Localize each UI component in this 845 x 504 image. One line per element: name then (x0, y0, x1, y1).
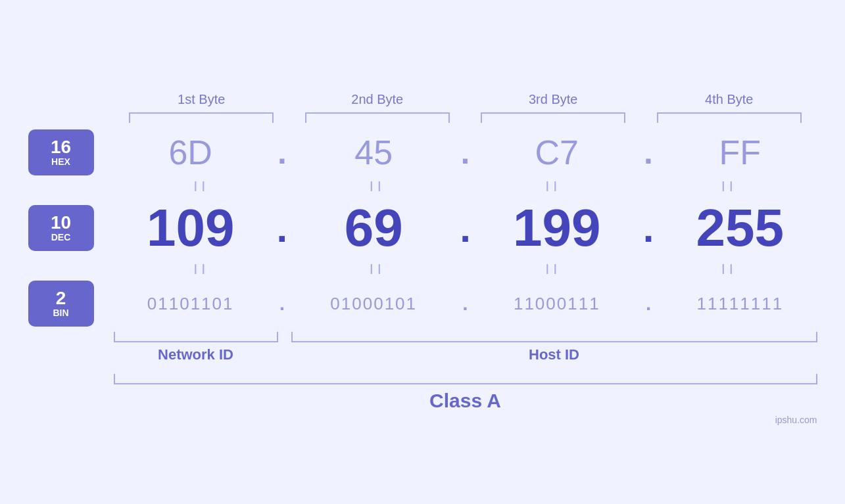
bin-dot-2: . (455, 292, 475, 315)
byte-header-3: 3rd Byte (481, 92, 625, 107)
bottom-section: Network ID Host ID (114, 332, 817, 363)
equals-row-2: II II II II (114, 258, 817, 281)
bin-badge: 2 BIN (28, 281, 94, 327)
bracket-top-4 (657, 112, 802, 123)
equals-1-4: II (657, 178, 802, 195)
hex-base-label: HEX (51, 156, 70, 167)
hex-dot-1: . (272, 133, 292, 172)
hex-base-number: 16 (51, 138, 71, 156)
hex-byte-1: 6D (118, 133, 263, 172)
bracket-gap (278, 332, 291, 342)
dec-row: 10 DEC 109 . 69 . 199 . 255 (28, 198, 817, 258)
bin-byte-4: 11111111 (667, 294, 812, 314)
equals-2-2: II (305, 261, 450, 278)
dec-dot-2: . (455, 206, 475, 251)
bin-byte-2: 01000101 (301, 294, 446, 314)
hex-dot-2: . (455, 133, 475, 172)
hex-values: 6D . 45 . C7 . FF (114, 133, 817, 172)
equals-2-1: II (129, 261, 274, 278)
hex-row: 16 HEX 6D . 45 . C7 . FF (28, 129, 817, 175)
dec-base-number: 10 (51, 214, 71, 232)
dec-values: 109 . 69 . 199 . 255 (114, 198, 817, 258)
dec-badge: 10 DEC (28, 205, 94, 251)
bin-base-number: 2 (56, 289, 66, 308)
hex-byte-2: 45 (301, 133, 446, 172)
network-id-label: Network ID (114, 346, 278, 363)
equals-1-2: II (305, 178, 450, 195)
bin-values: 01101101 . 01000101 . 11000111 . 1111111… (114, 292, 817, 315)
class-bracket (114, 374, 817, 384)
byte-header-4: 4th Byte (657, 92, 802, 107)
watermark: ipshu.com (775, 415, 817, 425)
hex-byte-3: C7 (485, 133, 629, 172)
dec-dot-1: . (272, 206, 292, 251)
dec-byte-3: 199 (485, 198, 629, 258)
bracket-top-1 (129, 112, 274, 123)
dec-byte-1: 109 (118, 198, 263, 258)
bin-byte-3: 11000111 (485, 294, 629, 314)
dec-byte-2: 69 (301, 198, 446, 258)
bracket-top-2 (305, 112, 450, 123)
bottom-labels: Network ID Host ID (114, 346, 817, 363)
equals-row-1: II II II II (114, 175, 817, 198)
hex-byte-4: FF (667, 133, 812, 172)
bin-row: 2 BIN 01101101 . 01000101 . 11000111 . 1… (28, 281, 817, 327)
class-label: Class A (114, 390, 817, 412)
equals-2-3: II (481, 261, 625, 278)
bin-base-label: BIN (53, 308, 68, 318)
hex-badge: 16 HEX (28, 129, 94, 175)
host-id-label: Host ID (291, 346, 817, 363)
bottom-brackets (114, 332, 817, 342)
equals-1-3: II (481, 178, 625, 195)
dec-dot-3: . (639, 206, 658, 251)
bracket-bottom-network (114, 332, 278, 342)
hex-dot-3: . (639, 133, 658, 172)
label-gap (278, 346, 291, 363)
bracket-top-3 (481, 112, 625, 123)
equals-1-1: II (129, 178, 274, 195)
dec-byte-4: 255 (667, 198, 812, 258)
class-section: Class A (114, 374, 817, 412)
byte-header-1: 1st Byte (129, 92, 274, 107)
byte-header-2: 2nd Byte (305, 92, 450, 107)
equals-2-4: II (657, 261, 802, 278)
dec-base-label: DEC (51, 232, 71, 242)
bracket-bottom-host (291, 332, 817, 342)
bin-dot-3: . (639, 292, 658, 315)
bin-byte-1: 01101101 (118, 294, 263, 314)
bin-dot-1: . (272, 292, 292, 315)
